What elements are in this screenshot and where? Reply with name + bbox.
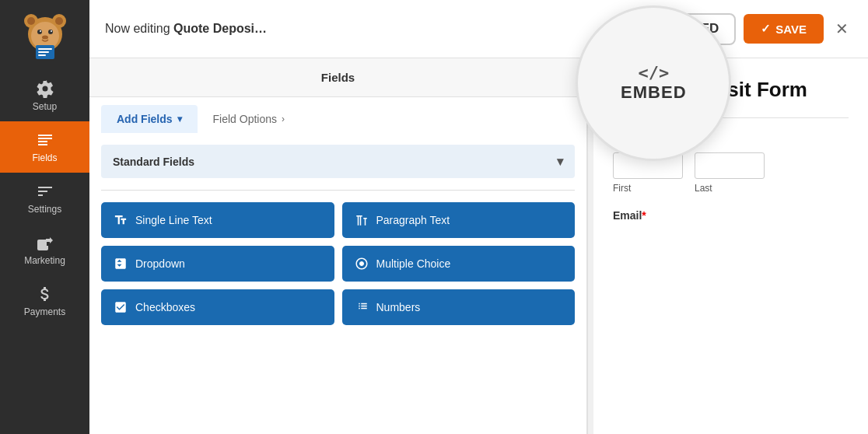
embed-circle-code-icon: </>: [638, 63, 669, 82]
sidebar-item-fields[interactable]: Fields: [0, 121, 89, 173]
first-name-sublabel: First: [613, 183, 683, 194]
email-required-star: *: [642, 209, 646, 222]
editing-prefix: Now editing: [105, 22, 173, 35]
dropdown-label: Dropdown: [135, 257, 185, 270]
app-logo: [17, 8, 73, 64]
embed-circle-label: EMBED: [621, 82, 686, 103]
tab-add-fields[interactable]: Add Fields ▾: [101, 105, 198, 133]
fields-content: Standard Fields ▾ Single Line Text Parag…: [89, 133, 586, 434]
paragraph-text-label: Paragraph Text: [376, 214, 450, 226]
section-divider: [101, 190, 575, 191]
svg-point-8: [40, 30, 41, 32]
sidebar-item-settings[interactable]: Settings: [0, 173, 89, 224]
body-layout: Fields Add Fields ▾ Field Options › Stan…: [89, 58, 868, 434]
field-options-chevron-icon: ›: [282, 114, 285, 124]
sidebar-item-setup-label: Setup: [33, 101, 57, 112]
header-actions: </> EMBED </> EMBED ✓ SAVE ✕: [622, 13, 852, 45]
close-icon: ✕: [835, 20, 849, 37]
tab-field-options-label: Field Options: [213, 113, 277, 125]
svg-point-3: [27, 17, 35, 25]
section-chevron-icon: ▾: [557, 154, 563, 169]
last-name-input[interactable]: [695, 152, 765, 179]
numbers-button[interactable]: Numbers: [342, 289, 576, 325]
sidebar-item-marketing[interactable]: Marketing: [0, 224, 89, 275]
standard-fields-label: Standard Fields: [113, 156, 194, 168]
checkboxes-label: Checkboxes: [135, 301, 195, 313]
svg-rect-12: [38, 48, 52, 50]
sidebar-item-payments-label: Payments: [24, 306, 65, 317]
add-fields-chevron-icon: ▾: [177, 114, 182, 124]
tab-field-options[interactable]: Field Options ›: [198, 105, 300, 133]
close-button[interactable]: ✕: [831, 16, 852, 42]
sidebar-item-marketing-label: Marketing: [24, 255, 65, 266]
tabs-bar: Fields: [89, 58, 586, 97]
svg-point-7: [48, 30, 53, 34]
paragraph-text-button[interactable]: Paragraph Text: [342, 202, 576, 238]
fields-tab-label: Fields: [89, 71, 586, 84]
svg-point-9: [51, 30, 52, 32]
fields-panel: Fields Add Fields ▾ Field Options › Stan…: [89, 58, 587, 434]
sidebar-item-settings-label: Settings: [28, 204, 61, 215]
embed-button-container: </> EMBED </> EMBED: [622, 13, 736, 45]
sidebar-item-fields-label: Fields: [32, 152, 57, 163]
multiple-choice-label: Multiple Choice: [376, 257, 451, 270]
sidebar-item-setup[interactable]: Setup: [0, 70, 89, 121]
save-label: SAVE: [775, 23, 807, 36]
save-button[interactable]: ✓ SAVE: [744, 14, 824, 44]
header-title: Now editing Quote Deposi…: [105, 22, 267, 36]
svg-rect-13: [38, 51, 49, 53]
dropdown-button[interactable]: Dropdown: [101, 246, 334, 282]
sidebar: Setup Fields Settings Marketing Payments: [0, 0, 89, 434]
last-name-sublabel: Last: [695, 183, 765, 194]
tab-add-fields-label: Add Fields: [117, 113, 173, 125]
save-checkmark-icon: ✓: [761, 22, 771, 36]
svg-rect-14: [38, 54, 46, 56]
form-name: Quote Deposi…: [173, 22, 267, 35]
sub-tabs: Add Fields ▾ Field Options ›: [89, 97, 586, 133]
main-content: Now editing Quote Deposi… </> EMBED </> …: [89, 0, 868, 434]
checkboxes-button[interactable]: Checkboxes: [101, 289, 334, 325]
standard-fields-section-header[interactable]: Standard Fields ▾: [101, 145, 575, 178]
name-sublabels: First Last: [613, 183, 849, 194]
email-label: Email*: [613, 209, 849, 222]
header: Now editing Quote Deposi… </> EMBED </> …: [89, 0, 868, 58]
single-line-text-button[interactable]: Single Line Text: [101, 202, 334, 238]
single-line-text-label: Single Line Text: [135, 214, 212, 226]
numbers-label: Numbers: [376, 301, 421, 313]
multiple-choice-button[interactable]: Multiple Choice: [342, 246, 576, 282]
svg-point-4: [55, 17, 63, 25]
svg-point-6: [37, 30, 42, 34]
fields-grid: Single Line Text Paragraph Text Dropdown…: [101, 202, 575, 325]
sidebar-item-payments[interactable]: Payments: [0, 275, 89, 327]
embed-circle-overlay: </> EMBED: [576, 5, 731, 161]
email-field: Email*: [613, 209, 849, 222]
embed-circle-content: </> EMBED: [621, 63, 686, 103]
svg-point-10: [42, 36, 48, 40]
